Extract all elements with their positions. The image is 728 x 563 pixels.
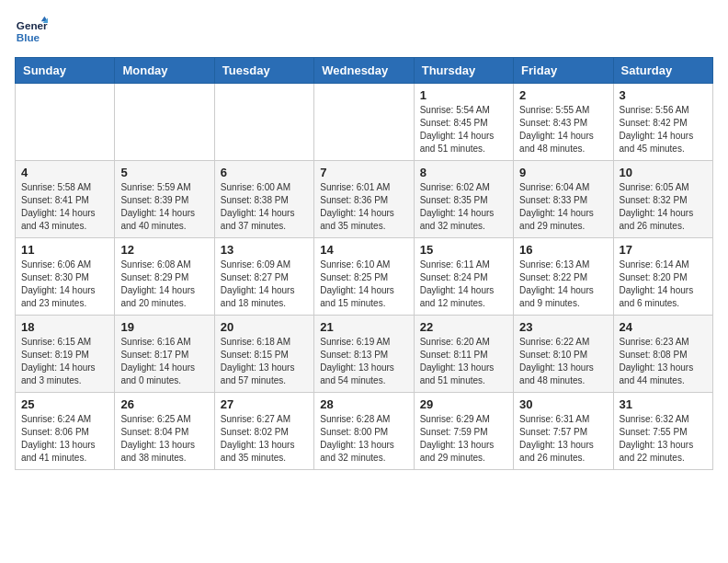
logo-icon: General Blue <box>15 15 48 48</box>
day-info: Sunrise: 6:05 AM Sunset: 8:32 PM Dayligh… <box>620 181 707 233</box>
day-number: 6 <box>221 166 308 179</box>
day-info: Sunrise: 6:11 AM Sunset: 8:24 PM Dayligh… <box>420 259 507 310</box>
day-info: Sunrise: 5:58 AM Sunset: 8:41 PM Dayligh… <box>21 181 108 233</box>
day-cell: 14Sunrise: 6:10 AM Sunset: 8:25 PM Dayli… <box>314 238 414 316</box>
week-row-3: 18Sunrise: 6:15 AM Sunset: 8:19 PM Dayli… <box>16 316 713 393</box>
week-row-0: 1Sunrise: 5:54 AM Sunset: 8:45 PM Daylig… <box>16 84 713 161</box>
day-info: Sunrise: 6:04 AM Sunset: 8:33 PM Dayligh… <box>519 181 607 233</box>
day-info: Sunrise: 5:54 AM Sunset: 8:45 PM Dayligh… <box>420 104 507 155</box>
week-row-4: 25Sunrise: 6:24 AM Sunset: 8:06 PM Dayli… <box>16 393 713 470</box>
day-number: 29 <box>420 397 507 411</box>
day-cell: 17Sunrise: 6:14 AM Sunset: 8:20 PM Dayli… <box>613 238 712 316</box>
day-number: 8 <box>420 166 507 179</box>
day-cell: 4Sunrise: 5:58 AM Sunset: 8:41 PM Daylig… <box>16 161 115 238</box>
day-number: 15 <box>420 243 507 257</box>
day-number: 25 <box>21 397 108 411</box>
day-number: 16 <box>519 243 607 257</box>
day-cell: 12Sunrise: 6:08 AM Sunset: 8:29 PM Dayli… <box>115 238 214 316</box>
day-number: 19 <box>120 320 208 334</box>
day-info: Sunrise: 6:23 AM Sunset: 8:08 PM Dayligh… <box>620 336 707 387</box>
day-cell: 30Sunrise: 6:31 AM Sunset: 7:57 PM Dayli… <box>514 393 613 470</box>
day-info: Sunrise: 6:27 AM Sunset: 8:02 PM Dayligh… <box>221 413 308 465</box>
day-info: Sunrise: 6:18 AM Sunset: 8:15 PM Dayligh… <box>221 336 308 387</box>
day-info: Sunrise: 6:15 AM Sunset: 8:19 PM Dayligh… <box>21 336 108 387</box>
day-number: 22 <box>420 320 507 334</box>
day-cell: 23Sunrise: 6:22 AM Sunset: 8:10 PM Dayli… <box>514 316 613 393</box>
day-info: Sunrise: 5:59 AM Sunset: 8:39 PM Dayligh… <box>120 181 208 233</box>
weekday-header-saturday: Saturday <box>613 58 712 84</box>
day-number: 12 <box>120 243 208 257</box>
day-info: Sunrise: 6:19 AM Sunset: 8:13 PM Dayligh… <box>320 336 407 387</box>
day-info: Sunrise: 6:09 AM Sunset: 8:27 PM Dayligh… <box>221 259 308 310</box>
day-info: Sunrise: 6:20 AM Sunset: 8:11 PM Dayligh… <box>420 336 507 387</box>
day-info: Sunrise: 6:28 AM Sunset: 8:00 PM Dayligh… <box>320 413 407 465</box>
day-cell: 26Sunrise: 6:25 AM Sunset: 8:04 PM Dayli… <box>115 393 214 470</box>
day-cell: 25Sunrise: 6:24 AM Sunset: 8:06 PM Dayli… <box>16 393 115 470</box>
weekday-header-wednesday: Wednesday <box>314 58 414 84</box>
day-info: Sunrise: 6:08 AM Sunset: 8:29 PM Dayligh… <box>120 259 208 310</box>
day-cell: 6Sunrise: 6:00 AM Sunset: 8:38 PM Daylig… <box>214 161 313 238</box>
day-cell: 3Sunrise: 5:56 AM Sunset: 8:42 PM Daylig… <box>613 84 712 161</box>
day-cell <box>214 84 313 161</box>
weekday-header-thursday: Thursday <box>414 58 513 84</box>
day-number: 18 <box>21 320 108 334</box>
day-info: Sunrise: 6:02 AM Sunset: 8:35 PM Dayligh… <box>420 181 507 233</box>
day-info: Sunrise: 6:25 AM Sunset: 8:04 PM Dayligh… <box>120 413 208 465</box>
logo: General Blue <box>15 15 48 48</box>
day-cell: 28Sunrise: 6:28 AM Sunset: 8:00 PM Dayli… <box>314 393 414 470</box>
calendar: SundayMondayTuesdayWednesdayThursdayFrid… <box>15 57 713 470</box>
day-number: 31 <box>620 397 707 411</box>
svg-text:Blue: Blue <box>17 31 40 43</box>
day-info: Sunrise: 6:32 AM Sunset: 7:55 PM Dayligh… <box>620 413 707 465</box>
day-cell: 9Sunrise: 6:04 AM Sunset: 8:33 PM Daylig… <box>514 161 613 238</box>
day-number: 7 <box>320 166 407 179</box>
day-cell <box>314 84 414 161</box>
day-info: Sunrise: 6:24 AM Sunset: 8:06 PM Dayligh… <box>21 413 108 465</box>
day-number: 30 <box>519 397 607 411</box>
day-info: Sunrise: 6:13 AM Sunset: 8:22 PM Dayligh… <box>519 259 607 310</box>
weekday-header-tuesday: Tuesday <box>214 58 313 84</box>
day-number: 10 <box>620 166 707 179</box>
day-info: Sunrise: 6:14 AM Sunset: 8:20 PM Dayligh… <box>620 259 707 310</box>
day-number: 26 <box>120 397 208 411</box>
weekday-header-sunday: Sunday <box>16 58 115 84</box>
day-info: Sunrise: 6:01 AM Sunset: 8:36 PM Dayligh… <box>320 181 407 233</box>
day-number: 3 <box>620 88 707 102</box>
day-cell: 10Sunrise: 6:05 AM Sunset: 8:32 PM Dayli… <box>613 161 712 238</box>
day-cell: 11Sunrise: 6:06 AM Sunset: 8:30 PM Dayli… <box>16 238 115 316</box>
day-number: 1 <box>420 88 507 102</box>
day-info: Sunrise: 6:22 AM Sunset: 8:10 PM Dayligh… <box>519 336 607 387</box>
day-info: Sunrise: 6:10 AM Sunset: 8:25 PM Dayligh… <box>320 259 407 310</box>
day-number: 5 <box>120 166 208 179</box>
day-number: 20 <box>221 320 308 334</box>
day-number: 17 <box>620 243 707 257</box>
day-cell: 21Sunrise: 6:19 AM Sunset: 8:13 PM Dayli… <box>314 316 414 393</box>
day-cell: 16Sunrise: 6:13 AM Sunset: 8:22 PM Dayli… <box>514 238 613 316</box>
weekday-header-row: SundayMondayTuesdayWednesdayThursdayFrid… <box>16 58 713 84</box>
day-number: 9 <box>519 166 607 179</box>
day-cell: 15Sunrise: 6:11 AM Sunset: 8:24 PM Dayli… <box>414 238 513 316</box>
day-cell: 31Sunrise: 6:32 AM Sunset: 7:55 PM Dayli… <box>613 393 712 470</box>
day-number: 14 <box>320 243 407 257</box>
day-info: Sunrise: 6:00 AM Sunset: 8:38 PM Dayligh… <box>221 181 308 233</box>
day-number: 23 <box>519 320 607 334</box>
day-info: Sunrise: 5:55 AM Sunset: 8:43 PM Dayligh… <box>519 104 607 155</box>
day-number: 11 <box>21 243 108 257</box>
day-cell: 8Sunrise: 6:02 AM Sunset: 8:35 PM Daylig… <box>414 161 513 238</box>
day-cell: 20Sunrise: 6:18 AM Sunset: 8:15 PM Dayli… <box>214 316 313 393</box>
week-row-1: 4Sunrise: 5:58 AM Sunset: 8:41 PM Daylig… <box>16 161 713 238</box>
header: General Blue <box>15 15 713 48</box>
day-cell: 27Sunrise: 6:27 AM Sunset: 8:02 PM Dayli… <box>214 393 313 470</box>
day-number: 4 <box>21 166 108 179</box>
day-number: 2 <box>519 88 607 102</box>
day-cell: 13Sunrise: 6:09 AM Sunset: 8:27 PM Dayli… <box>214 238 313 316</box>
day-number: 28 <box>320 397 407 411</box>
day-cell: 22Sunrise: 6:20 AM Sunset: 8:11 PM Dayli… <box>414 316 513 393</box>
day-cell <box>115 84 214 161</box>
day-cell: 7Sunrise: 6:01 AM Sunset: 8:36 PM Daylig… <box>314 161 414 238</box>
day-number: 13 <box>221 243 308 257</box>
day-number: 27 <box>221 397 308 411</box>
day-cell: 5Sunrise: 5:59 AM Sunset: 8:39 PM Daylig… <box>115 161 214 238</box>
day-info: Sunrise: 6:31 AM Sunset: 7:57 PM Dayligh… <box>519 413 607 465</box>
day-info: Sunrise: 5:56 AM Sunset: 8:42 PM Dayligh… <box>620 104 707 155</box>
